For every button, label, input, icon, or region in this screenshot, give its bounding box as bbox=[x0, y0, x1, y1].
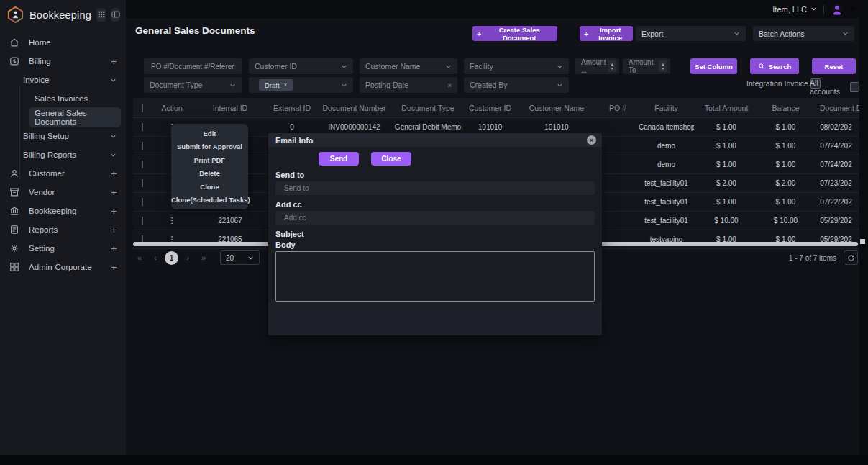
export-dropdown[interactable]: Export bbox=[636, 26, 746, 41]
row-checkbox[interactable] bbox=[142, 142, 143, 150]
row-actions-button[interactable]: ⋮ bbox=[164, 215, 181, 226]
facility-filter[interactable]: Facility bbox=[464, 58, 569, 74]
cell-total-amount: $ 1.00 bbox=[694, 161, 759, 168]
set-column-button[interactable]: Set Column bbox=[690, 58, 737, 74]
chevron-down-icon bbox=[557, 63, 563, 70]
status-chip-draft[interactable]: Draft × bbox=[259, 79, 293, 91]
row-checkbox[interactable] bbox=[142, 161, 143, 168]
plus-icon[interactable]: + bbox=[111, 207, 117, 216]
chevron-down-icon[interactable] bbox=[110, 152, 117, 158]
menu-item-print-pdf[interactable]: Print PDF bbox=[171, 156, 248, 164]
clear-icon[interactable]: × bbox=[447, 81, 452, 89]
stepper-icon[interactable]: ▲▼ bbox=[659, 60, 667, 72]
sidebar-item-reports[interactable]: Reports+ bbox=[0, 220, 126, 239]
chevron-down-icon[interactable] bbox=[110, 77, 117, 83]
send-button[interactable]: Send bbox=[319, 152, 359, 166]
batch-actions-dropdown[interactable]: Batch Actions bbox=[753, 26, 854, 41]
add-cc-input[interactable] bbox=[275, 211, 595, 225]
close-icon[interactable]: × bbox=[587, 135, 596, 145]
cell-external-id: 0 bbox=[268, 123, 316, 131]
last-page-button[interactable]: » bbox=[197, 251, 210, 264]
sidebar-item-bookkeeping[interactable]: Bookkeeping+ bbox=[0, 202, 126, 220]
next-page-button[interactable]: › bbox=[181, 251, 194, 264]
row-checkbox[interactable] bbox=[142, 179, 143, 187]
cell-total-amount: $ 1.00 bbox=[694, 123, 759, 131]
plus-icon[interactable]: + bbox=[111, 188, 117, 197]
cell-balance: $ 1.00 bbox=[759, 198, 813, 206]
customer-name-filter-label: Customer Name bbox=[365, 62, 420, 71]
first-page-button[interactable]: « bbox=[133, 251, 146, 264]
current-page-button[interactable]: 1 bbox=[165, 251, 178, 265]
po-document-reference-input[interactable] bbox=[144, 58, 242, 74]
row-actions-context-menu: EditSubmit for ApprovalPrint PDFDeleteCl… bbox=[171, 124, 248, 209]
plus-icon[interactable]: + bbox=[111, 169, 117, 179]
stepper-icon[interactable]: ▲▼ bbox=[608, 60, 616, 72]
menu-item-clone[interactable]: Clone bbox=[171, 183, 248, 191]
apps-grid-button[interactable] bbox=[96, 8, 106, 22]
menu-item-clone-scheduled-tasks[interactable]: Clone(Scheduled Tasks) bbox=[171, 196, 248, 204]
row-checkbox[interactable] bbox=[142, 123, 143, 131]
step-down-icon: ▼ bbox=[611, 66, 614, 71]
column-header-document-number: Document Number bbox=[316, 104, 392, 112]
cell-facility: test_facility01 bbox=[639, 198, 694, 206]
close-button[interactable]: Close bbox=[371, 152, 411, 166]
sidebar-item-invoice[interactable]: Invoice bbox=[0, 71, 126, 89]
row-checkbox[interactable] bbox=[142, 217, 143, 225]
chip-remove-icon[interactable]: × bbox=[284, 81, 288, 89]
sidebar-item-sales-invoices[interactable]: Sales Invoices bbox=[0, 89, 126, 108]
search-button[interactable]: Search bbox=[750, 58, 799, 74]
status-multiselect[interactable]: Draft × bbox=[249, 77, 353, 93]
amount-to-input[interactable]: Amount To ▲▼ bbox=[623, 58, 670, 74]
customer-id-filter[interactable]: Customer ID bbox=[249, 58, 353, 74]
sidebar-item-billing[interactable]: Billing+ bbox=[0, 52, 126, 71]
gear-icon bbox=[9, 243, 20, 253]
plus-icon[interactable]: + bbox=[111, 244, 117, 253]
plus-icon[interactable]: + bbox=[111, 57, 117, 66]
menu-item-edit[interactable]: Edit bbox=[171, 130, 248, 137]
sidebar-item-general-sales-documents[interactable]: General Sales Documents bbox=[0, 108, 126, 127]
body-textarea[interactable] bbox=[275, 251, 595, 302]
home-icon bbox=[9, 37, 20, 48]
posting-date-filter[interactable]: Posting Date × bbox=[360, 77, 457, 93]
send-to-input[interactable] bbox=[275, 181, 595, 195]
cell-document-date: 07/22/202 bbox=[813, 198, 859, 206]
chevron-down-icon bbox=[810, 6, 817, 12]
sidebar-item-customer[interactable]: Customer+ bbox=[0, 164, 126, 183]
cell-internal-id: 221067 bbox=[193, 217, 268, 225]
amount-from-input[interactable]: Amount ... ▲▼ bbox=[575, 58, 619, 74]
created-by-filter[interactable]: Created By bbox=[464, 77, 569, 93]
row-checkbox[interactable] bbox=[142, 198, 143, 206]
user-avatar[interactable] bbox=[831, 3, 844, 16]
integration-invoice-label: Integration Invoice bbox=[746, 79, 808, 88]
all-accounts-checkbox[interactable] bbox=[850, 82, 859, 92]
plus-icon: + bbox=[477, 30, 481, 38]
plus-icon[interactable]: + bbox=[111, 225, 117, 235]
sidebar-item-home[interactable]: Home bbox=[0, 33, 126, 52]
reset-button[interactable]: Reset bbox=[812, 58, 856, 74]
page-size-select[interactable]: 20 bbox=[220, 250, 260, 265]
user-menu-chevron-icon[interactable] bbox=[850, 6, 856, 12]
cell-total-amount: $ 10.00 bbox=[694, 217, 759, 225]
sidebar-item-billing-reports[interactable]: Billing Reports bbox=[0, 145, 126, 164]
previous-page-button[interactable]: ‹ bbox=[149, 251, 162, 264]
customer-name-filter[interactable]: Customer Name bbox=[360, 58, 457, 74]
plus-icon[interactable]: + bbox=[111, 263, 117, 272]
create-sales-document-button[interactable]: + Create Sales Document bbox=[472, 26, 557, 41]
sidebar-item-admin-corporate[interactable]: Admin-Corporate+ bbox=[0, 258, 126, 276]
sidebar-item-billing-setup[interactable]: Billing Setup bbox=[0, 127, 126, 145]
cell-facility: test_facility01 bbox=[639, 217, 694, 225]
document-type-filter[interactable]: Document Type bbox=[144, 77, 242, 93]
select-all-checkbox[interactable] bbox=[142, 104, 143, 112]
chevron-down-icon bbox=[445, 63, 452, 70]
import-invoice-button[interactable]: + Import Invoice bbox=[580, 26, 633, 41]
table-header-row: ActionInternal IDExternal IDDocument Num… bbox=[133, 98, 859, 118]
menu-item-submit-for-approval[interactable]: Submit for Approval bbox=[171, 143, 248, 150]
set-column-label: Set Column bbox=[695, 63, 733, 71]
sidebar-item-vendor[interactable]: Vendor+ bbox=[0, 183, 126, 202]
sidebar-collapse-button[interactable] bbox=[111, 8, 120, 22]
menu-item-delete[interactable]: Delete bbox=[171, 169, 248, 177]
refresh-button[interactable] bbox=[844, 250, 858, 265]
sidebar-item-setting[interactable]: Setting+ bbox=[0, 239, 126, 258]
chevron-down-icon[interactable] bbox=[110, 133, 117, 140]
company-switcher[interactable]: Item, LLC bbox=[772, 5, 817, 14]
